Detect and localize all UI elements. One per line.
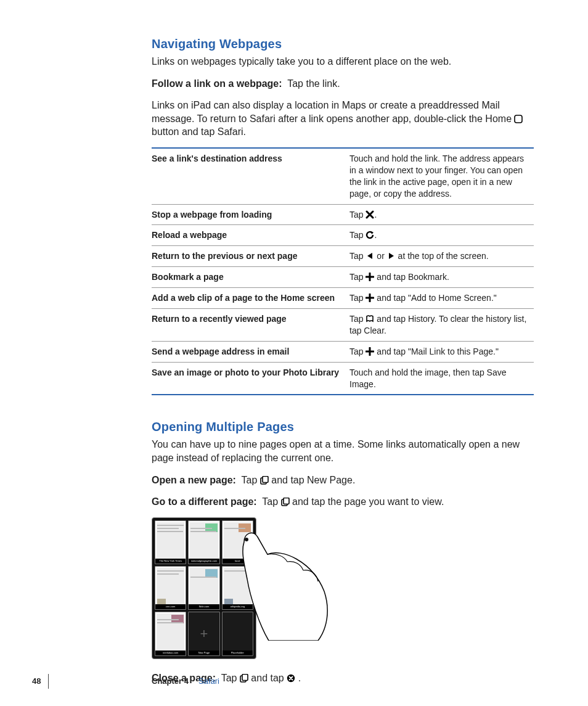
- text-close-b: and tap: [251, 673, 287, 683]
- table-action-label: See a link's destination address: [152, 148, 349, 204]
- table-row: Bookmark a pageTap and tap Bookmark.: [152, 267, 534, 288]
- table-row: Add a web clip of a page to the Home scr…: [152, 288, 534, 309]
- text-goto-a: Tap: [262, 496, 280, 507]
- pages-icon: [281, 498, 290, 506]
- text-close-c: .: [298, 673, 301, 683]
- table-action-label: Save an image or photo to your Photo Lib…: [152, 362, 349, 395]
- label-follow-link: Follow a link on a webpage:: [152, 78, 282, 89]
- pages-icon: [240, 674, 248, 683]
- page-number: 48: [32, 676, 41, 686]
- table-action-label: Reload a webpage: [152, 225, 349, 246]
- plus-icon: [365, 293, 374, 302]
- table-action-desc: Tap and tap "Mail Link to this Page.": [349, 341, 534, 362]
- table-action-desc: Tap .: [349, 204, 534, 225]
- table-action-desc: Tap and tap "Add to Home Screen.": [349, 288, 534, 309]
- table-action-desc: Tap and tap History. To clear the histor…: [349, 308, 534, 341]
- table-row: Stop a webpage from loadingTap .: [152, 204, 534, 225]
- para-nav-intro: Links on webpages typically take you to …: [152, 55, 534, 68]
- plus-icon: [365, 273, 374, 281]
- table-action-label: Return to the previous or next page: [152, 246, 349, 267]
- text-goto-b: and tap the page you want to view.: [292, 496, 444, 507]
- table-row: Reload a webpageTap .: [152, 225, 534, 246]
- text-close-a: Tap: [221, 673, 240, 683]
- pages-icon: [260, 476, 269, 485]
- table-action-desc: Tap and tap Bookmark.: [349, 267, 534, 288]
- page-thumb: flickr.com: [188, 566, 219, 610]
- table-row: Return to the previous or next pageTap o…: [152, 246, 534, 267]
- page-thumb-new: +New Page: [188, 612, 219, 655]
- page-thumb: The New York Times: [155, 520, 186, 564]
- table-row: Return to a recently viewed pageTap and …: [152, 308, 534, 341]
- table-action-label: Send a webpage address in email: [152, 341, 349, 362]
- label-goto-page: Go to a different page:: [152, 496, 257, 507]
- hand-illustration: [226, 517, 330, 641]
- page-content: Navigating Webpages Links on webpages ty…: [152, 37, 534, 693]
- text-open-b: and tap New Page.: [271, 475, 355, 485]
- page-thumb: neelaboo.com: [155, 612, 186, 655]
- table-row: See a link's destination addressTouch an…: [152, 148, 534, 204]
- close-icon: [365, 210, 374, 219]
- chapter-label: Chapter 4: [152, 676, 189, 686]
- label-open-page: Open a new page:: [152, 475, 236, 485]
- para-multi-intro: You can have up to nine pages open at a …: [152, 438, 534, 464]
- bookmarks-icon: [365, 314, 374, 323]
- text-nav-home-b: button and tap Safari.: [152, 126, 246, 137]
- table-row: Send a webpage address in emailTap and t…: [152, 341, 534, 362]
- table-action-label: Add a web clip of a page to the Home scr…: [152, 288, 349, 309]
- table-action-desc: Touch and hold the link. The address app…: [349, 148, 534, 204]
- navigation-table: See a link's destination addressTouch an…: [152, 147, 534, 395]
- home-icon: [514, 115, 523, 123]
- footer-rule: [48, 674, 49, 689]
- back-icon: [365, 252, 374, 260]
- page-thumb: cnn.com: [155, 566, 186, 610]
- table-action-desc: Tap .: [349, 225, 534, 246]
- text-follow-link: Tap the link.: [287, 78, 340, 89]
- table-action-label: Return to a recently viewed page: [152, 308, 349, 341]
- instruction-follow-link: Follow a link on a webpage: Tap the link…: [152, 77, 534, 91]
- heading-multiple-pages: Opening Multiple Pages: [152, 420, 534, 434]
- table-action-desc: Tap or at the top of the screen.: [349, 246, 534, 267]
- text-open-a: Tap: [242, 475, 260, 485]
- close-circle-icon: [287, 674, 295, 683]
- table-action-desc: Touch and hold the image, then tap Save …: [349, 362, 534, 395]
- forward-icon: [387, 252, 396, 260]
- instruction-goto-page: Go to a different page: Tap and tap the …: [152, 495, 534, 509]
- svg-point-4: [245, 538, 248, 541]
- instruction-open-page: Open a new page: Tap and tap New Page.: [152, 474, 534, 487]
- table-action-label: Bookmark a page: [152, 267, 349, 288]
- reload-icon: [365, 231, 374, 239]
- heading-navigating: Navigating Webpages: [152, 37, 534, 51]
- table-row: Save an image or photo to your Photo Lib…: [152, 362, 534, 395]
- para-nav-home: Links on iPad can also display a locatio…: [152, 99, 534, 139]
- text-nav-home-a: Links on iPad can also display a locatio…: [152, 100, 514, 124]
- table-action-label: Stop a webpage from loading: [152, 204, 349, 225]
- page-thumb: nationalgeographic.com: [188, 520, 219, 564]
- plus-icon: [365, 347, 374, 356]
- chapter-name: Safari: [198, 676, 219, 686]
